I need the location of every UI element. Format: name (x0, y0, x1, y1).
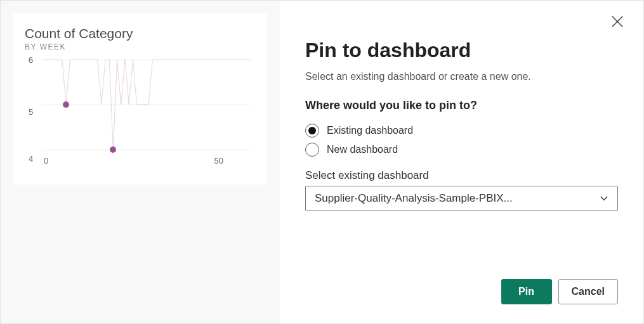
select-value: Supplier-Quality-Analysis-Sample-PBIX... (315, 192, 595, 205)
select-label: Select existing dashboard (305, 169, 618, 182)
chart-plot: 6 5 4 0 50 (25, 58, 256, 165)
pin-dialog: Count of Category BY WEEK 6 5 4 0 50 (1, 1, 643, 323)
button-label: Cancel (572, 286, 605, 297)
close-icon (610, 15, 624, 29)
dialog-title: Pin to dashboard (305, 39, 618, 62)
button-row: Pin Cancel (305, 254, 618, 304)
x-tick-50: 50 (214, 156, 223, 165)
chart-title: Count of Category (25, 26, 256, 41)
x-tick-0: 0 (44, 156, 48, 165)
button-label: Pin (518, 286, 534, 297)
cancel-button[interactable]: Cancel (558, 279, 618, 304)
plot-area (43, 58, 251, 152)
line-chart-svg (43, 58, 251, 152)
radio-group: Existing dashboard New dashboard (305, 119, 618, 157)
y-tick-6: 6 (29, 55, 33, 65)
dialog-description: Select an existing dashboard or create a… (305, 71, 618, 82)
y-tick-4: 4 (29, 154, 33, 164)
y-tick-5: 5 (29, 107, 33, 117)
where-heading: Where would you like to pin to? (305, 99, 618, 112)
close-button[interactable] (610, 15, 624, 29)
pin-button[interactable]: Pin (501, 279, 552, 304)
dashboard-select[interactable]: Supplier-Quality-Analysis-Sample-PBIX... (305, 186, 618, 211)
radio-icon (305, 124, 319, 138)
chart-subtitle: BY WEEK (25, 42, 256, 51)
radio-icon (305, 143, 319, 157)
radio-existing-dashboard[interactable]: Existing dashboard (305, 124, 618, 138)
chart-preview-card: Count of Category BY WEEK 6 5 4 0 50 (13, 13, 267, 185)
radio-new-dashboard[interactable]: New dashboard (305, 143, 618, 157)
radio-label: New dashboard (327, 144, 398, 155)
chevron-down-icon (600, 194, 608, 203)
form-pane: Pin to dashboard Select an existing dash… (280, 1, 643, 323)
radio-label: Existing dashboard (327, 125, 413, 136)
preview-pane: Count of Category BY WEEK 6 5 4 0 50 (1, 1, 280, 323)
chart-marker (110, 146, 116, 153)
